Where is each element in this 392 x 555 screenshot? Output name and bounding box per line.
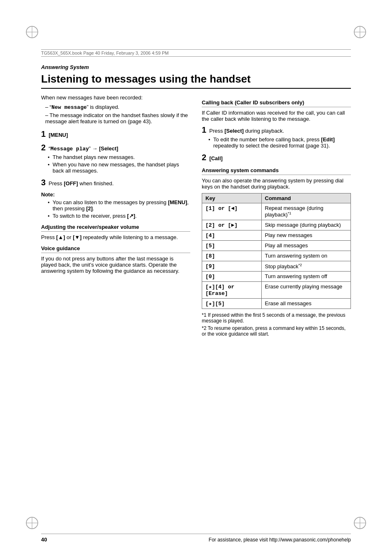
calling-back-step-2-content: [Call] [208, 155, 223, 161]
dash-item-1: – “New message” is displayed. [45, 104, 190, 111]
adjusting-volume-body: Press [▲] or [▼] repeatedly while listen… [41, 234, 190, 240]
adjusting-volume-title: Adjusting the receiver/speaker volume [41, 224, 190, 232]
footnote-1: *1 If pressed within the first 5 seconds… [202, 312, 351, 324]
step-1: 1 [MENU] [41, 129, 190, 139]
file-info-text: TG563X_565X.book Page 40 Friday, Februar… [41, 51, 168, 55]
section-header: Answering System [41, 64, 351, 70]
table-cell-key: [★][5] [202, 298, 262, 309]
table-row: [9]Stop playback*2 [202, 261, 351, 271]
calling-back-step-1: 1 Press [Select] during playback. To edi… [202, 125, 351, 149]
table-cell-key: [★][4] or [Erase] [202, 281, 262, 298]
note-section: Note: You can also listen to the message… [41, 191, 190, 219]
footnote-2: *2 To resume operation, press a command … [202, 325, 351, 337]
page-title: Listening to messages using the handset [41, 73, 351, 89]
table-row: [0]Turn answering system off [202, 271, 351, 281]
corner-mark-tr [353, 25, 367, 39]
note-bullets: You can also listen to the messages by p… [48, 199, 190, 219]
table-row: [2] or [►]Skip message (during playback) [202, 220, 351, 230]
calling-back-section: Calling back (Caller ID subscribers only… [202, 99, 351, 162]
voice-guidance-title: Voice guidance [41, 245, 190, 253]
step-1-num: 1 [41, 129, 46, 138]
table-cell-key: [8] [202, 251, 262, 261]
col-right: Calling back (Caller ID subscribers only… [202, 94, 351, 340]
table-cell-command: Play new messages [261, 230, 351, 240]
table-row: [★][4] or [Erase]Erase currently playing… [202, 281, 351, 298]
corner-mark-bl [25, 516, 39, 530]
step-1-content: [MENU] [47, 132, 68, 138]
two-col-layout: When new messages have been recorded: – … [41, 94, 351, 340]
table-cell-command: Skip message (during playback) [261, 220, 351, 230]
page-title-text: Listening to messages using the handset [41, 73, 251, 85]
calling-back-title: Calling back (Caller ID subscribers only… [202, 99, 351, 107]
step-2: 2 “Message play” → [Select] The handset … [41, 143, 190, 174]
step-3-num: 3 [41, 178, 46, 187]
answering-commands-section: Answering system commands You can also o… [202, 167, 351, 337]
table-cell-command: Stop playback*2 [261, 261, 351, 271]
dash-item-2: – The message indicator on the handset f… [45, 112, 190, 124]
table-row: [4]Play new messages [202, 230, 351, 240]
voice-guidance-body: If you do not press any buttons after th… [41, 256, 190, 274]
calling-back-step-1-bullet-1: To edit the number before calling back, … [208, 136, 351, 149]
calling-back-title-text: Calling back (Caller ID subscribers only… [202, 99, 304, 106]
intro-text: When new messages have been recorded: [41, 94, 190, 101]
footer-assistance-text: For assistance, please visit http://www.… [209, 537, 351, 543]
calling-back-step-1-bullets: To edit the number before calling back, … [208, 136, 351, 149]
col-header-key: Key [202, 193, 262, 203]
table-cell-command: Turn answering system on [261, 251, 351, 261]
col-left: When new messages have been recorded: – … [41, 94, 190, 277]
col-header-command: Command [261, 193, 351, 203]
calling-back-step-2-num: 2 [202, 153, 206, 162]
step-2-content: “Message play” → [Select] [47, 145, 118, 152]
table-cell-key: [0] [202, 271, 262, 281]
table-row: [★][5]Erase all messages [202, 298, 351, 309]
step-3: 3 Press [OFF] when finished. [41, 178, 190, 187]
table-cell-command: Repeat message (during playback)*1 [261, 203, 351, 220]
calling-back-body: If Caller ID information was received fo… [202, 110, 351, 122]
main-content: TG563X_565X.book Page 40 Friday, Februar… [41, 49, 351, 514]
table-row: [1] or [◄]Repeat message (during playbac… [202, 203, 351, 220]
table-row: [5]Play all messages [202, 240, 351, 251]
table-cell-key: [1] or [◄] [202, 203, 262, 220]
page: TG563X_565X.book Page 40 Friday, Februar… [0, 0, 392, 555]
commands-table: Key Command [1] or [◄]Repeat message (du… [202, 193, 351, 309]
step-3-content: Press [OFF] when finished. [47, 180, 114, 187]
section-header-text: Answering System [41, 64, 89, 70]
calling-back-step-1-content: Press [Select] during playback. [208, 128, 284, 134]
table-cell-command: Erase all messages [261, 298, 351, 309]
corner-mark-tl [25, 25, 39, 39]
table-cell-command: Play all messages [261, 240, 351, 251]
step-2-bullets: The handset plays new messages. When you… [48, 154, 190, 174]
note-bullet-2: To switch to the receiver, press [↗]. [48, 213, 190, 219]
calling-back-step-1-num: 1 [202, 125, 206, 134]
table-footnotes: *1 If pressed within the first 5 seconds… [202, 312, 351, 337]
table-cell-command: Turn answering system off [261, 271, 351, 281]
step-2-bullet-1: The handset plays new messages. [48, 154, 190, 160]
table-cell-key: [9] [202, 261, 262, 271]
file-info: TG563X_565X.book Page 40 Friday, Februar… [41, 49, 351, 57]
table-cell-key: [5] [202, 240, 262, 251]
step-2-bullet-2: When you have no new messages, the hands… [48, 161, 190, 174]
answering-commands-title: Answering system commands [202, 167, 351, 175]
table-cell-key: [2] or [►] [202, 220, 262, 230]
footer-page-num: 40 [41, 537, 47, 543]
answering-commands-body: You can also operate the answering syste… [202, 177, 351, 190]
adjusting-volume: Adjusting the receiver/speaker volume Pr… [41, 224, 190, 240]
step-2-num: 2 [41, 143, 46, 152]
calling-back-step-2: 2 [Call] [202, 153, 351, 162]
corner-mark-br [353, 516, 367, 530]
note-bullet-1: You can also listen to the messages by p… [48, 199, 190, 212]
table-row: [8]Turn answering system on [202, 251, 351, 261]
voice-guidance: Voice guidance If you do not press any b… [41, 245, 190, 274]
note-label: Note: [41, 191, 190, 198]
table-cell-key: [4] [202, 230, 262, 240]
table-cell-command: Erase currently playing message [261, 281, 351, 298]
footer: 40 For assistance, please visit http://w… [41, 534, 351, 543]
